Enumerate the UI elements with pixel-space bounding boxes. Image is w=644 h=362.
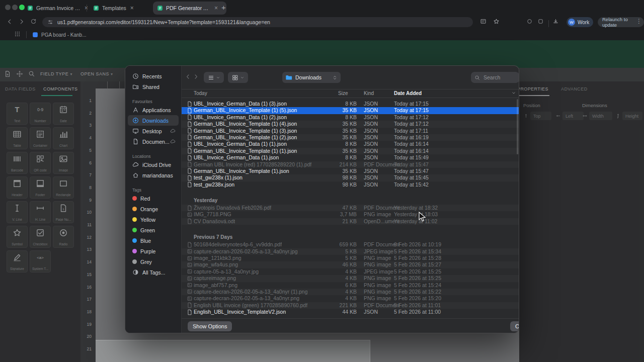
window-minimize-button[interactable] [12,5,18,10]
file-row[interactable]: UBL_Invoice_German_Data (1) (1).json8 KB… [182,141,519,147]
nav-back-icon[interactable] [185,73,191,80]
scrollbar-thumb[interactable] [517,99,518,154]
file-row[interactable]: captureimage.png4 KBPNG image5 Feb 2026 … [182,275,519,282]
forward-icon[interactable] [18,18,25,25]
sidebar-item-all-tags-[interactable]: All Tags... [128,267,179,278]
search-input[interactable] [482,74,515,81]
file-row[interactable]: capture-decran-2026-02-05-a-13_4a0nyr (1… [182,289,519,295]
sidebar-item-blue[interactable]: Blue [128,235,179,246]
tag-dot-icon [132,207,137,211]
sidebar-item-downloads[interactable]: Downloads [128,115,179,126]
site-settings-icon[interactable] [47,19,53,25]
sidebar-item-green[interactable]: Green [128,225,179,235]
file-row[interactable]: Životopis Današová Feb2026.pdf47 KBPDF D… [182,205,519,211]
show-options-button[interactable]: Show Options [188,321,232,331]
file-row[interactable]: UBL_Invoice_German_Data (1).json8 KBJSON… [182,154,519,161]
file-row[interactable]: capture-decran-2026-02-05-a-13_4a0nyr.jp… [182,248,519,255]
cancel-button[interactable]: Cancel [510,321,519,331]
sidebar-item-documen-[interactable]: Documen... [128,136,179,147]
sidebar-item-icloud-drive[interactable]: iCloud Drive [128,159,179,170]
downloads-icon[interactable] [552,18,559,25]
browser-tab-2[interactable]: PDF Generator API – Most fle× [153,2,226,15]
tab-close-icon[interactable]: × [130,5,134,12]
file-row[interactable]: German_UBL_Invoice_Template (1).json35 K… [182,168,519,174]
file-row[interactable]: UBL_Invoice_German_Data (1) (3).json8 KB… [182,101,519,107]
file-row[interactable]: image_abf757.png6 KBPNG image5 Feb 2026 … [182,282,519,289]
sidebar-item-mariandanas[interactable]: mariandanas [128,170,179,180]
file-row[interactable]: CV Današová.odt21 KBOpenD...umentYesterd… [182,218,519,225]
sidebar-item-purple[interactable]: Purple [128,246,179,256]
image-file-icon [187,282,193,288]
sort-chevron-icon[interactable] [511,90,516,96]
window-close-button[interactable] [5,5,11,10]
file-row[interactable]: test_gw238x (1).json98 KBJSONToday at 15… [182,174,519,181]
column-kind[interactable]: Kind [364,90,374,96]
bookmark-star-icon[interactable] [493,18,500,25]
file-size: 44 KB [306,309,357,315]
file-row[interactable]: test_gw238x.json98 KBJSONToday at 15:42 [182,182,519,188]
clock-icon [132,73,139,79]
file-size: 35 KB [306,121,357,127]
file-size: 3,7 MB [306,211,357,218]
new-tab-button[interactable]: + [221,3,226,12]
apps-grid-icon[interactable] [14,31,21,37]
sidebar-item-recents[interactable]: Recents [128,71,179,81]
browser-tab-1[interactable]: Templates× [89,2,158,15]
sidebar-item-desktop[interactable]: Desktop [128,126,179,136]
file-size: 6 KB [306,282,357,289]
file-row[interactable]: German_UBL_Invoice_Template (1) (5).json… [182,107,519,114]
extension2-icon[interactable] [537,18,544,25]
list-header[interactable]: Today Size Kind Date Added [182,89,519,98]
sidebar-item-red[interactable]: Red [128,193,179,204]
location-dropdown[interactable]: Downloads [282,72,341,83]
profile-chip[interactable]: W Work [567,17,593,27]
sidebar-item-label: iCloud Drive [142,162,171,168]
column-date-added[interactable]: Date Added [394,90,422,96]
bookmark-item[interactable]: PGA board - Kanb... [32,31,87,39]
file-size: 8 KB [306,154,357,161]
sidebar-item-orange[interactable]: Orange [128,204,179,214]
file-row[interactable]: capture-decran-2026-02-05-a-13_4a0nyr.pn… [182,295,519,302]
file-name: capture-decran-2026-02-05-a-13_4a0nyr.pn… [194,295,299,302]
file-row[interactable]: English_UBL_Invoice_TemplateV2.json44 KB… [182,309,519,315]
column-size[interactable]: Size [338,90,348,96]
dialog-footer: Show Options Cancel Open [182,318,519,333]
document-file-icon [187,168,193,174]
file-row[interactable]: image_wfa4us.png46 KBPNG image5 Feb 2026… [182,261,519,268]
file-row[interactable]: German_UBL_Invoice_Template (1) (4).json… [182,121,519,127]
file-row[interactable]: capture-05-a-13_4a0nyr.jpg4 KBJPEG image… [182,268,519,275]
browser-tab-0[interactable]: German Invoice Template (2)× [23,2,95,15]
image-file-icon [187,262,193,268]
file-row[interactable]: German_UBL_Invoice_Template (1) (2).json… [182,134,519,141]
file-row[interactable]: German_UBL_Invoice_Template (1) (1).json… [182,148,519,154]
sidebar-item-yellow[interactable]: Yellow [128,214,179,225]
file-date-added: 5 Feb 2026 at 11:00 [394,309,441,315]
reading-mode-icon[interactable] [480,18,487,25]
file-row[interactable]: German_UBL_Invoice_Template (1) (3).json… [182,128,519,134]
file-name: UBL_Invoice_German_Data (1) (1).json [194,141,287,147]
file-row[interactable]: German UBL Invoice (red) 1770285289220 (… [182,161,519,168]
extension-icon[interactable] [526,18,533,25]
document-file-icon [187,134,193,140]
sidebar-item-shared[interactable]: Shared [128,81,179,92]
icon-view-button[interactable] [228,72,248,83]
browser-menu-icon[interactable]: ⋮ [636,18,642,25]
address-bar[interactable]: us1.pdfgeneratorapi.com/editor/1593121/N… [42,17,473,27]
nav-forward-icon[interactable] [193,73,199,80]
file-row[interactable]: image_121kbk3.png5 KBPNG image5 Feb 2026… [182,255,519,261]
search-field[interactable] [471,72,519,83]
file-row[interactable]: IMG_7718.PNG3,7 MBPNG imageYesterday at … [182,211,519,218]
file-date-added: Today at 17:15 [394,101,429,107]
file-size: 4 KB [306,289,357,295]
file-row[interactable]: UBL_Invoice_German_Data (1) (2).json8 KB… [182,114,519,121]
sidebar-item-grey[interactable]: Grey [128,256,179,267]
back-icon[interactable] [6,18,13,25]
sidebar-item-applications[interactable]: Applications [128,105,179,115]
reload-icon[interactable] [30,18,37,25]
list-view-button[interactable] [204,72,224,83]
tab-close-icon[interactable]: × [214,5,218,12]
file-row[interactable]: English UBL invoice (green) 177028589076… [182,302,519,309]
file-date-added: 5 Feb 2026 at 15:22 [394,289,441,295]
file-row[interactable]: 501684deliverynotes4p-6_vv9ddn.pdf659 KB… [182,241,519,248]
screen: German Invoice Template (2)×Templates×PD… [0,0,644,362]
